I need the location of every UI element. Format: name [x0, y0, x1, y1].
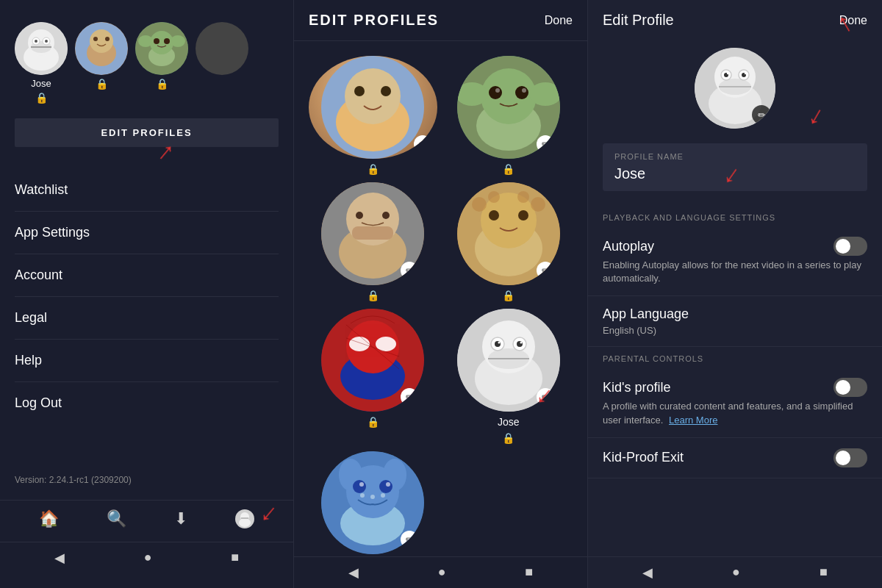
svg-point-16: [150, 31, 173, 54]
nav-logout[interactable]: Log Out: [15, 382, 279, 424]
profile-item-jose[interactable]: Jose 🔒: [15, 22, 68, 104]
edit-badge-jose[interactable]: ✏: [537, 388, 554, 406]
svg-point-70: [498, 342, 500, 344]
svg-point-94: [745, 73, 746, 74]
svg-point-23: [239, 518, 251, 527]
square-btn-middle[interactable]: ■: [525, 564, 533, 581]
nav-menu: Watchlist App Settings Account Legal Hel…: [0, 162, 293, 460]
svg-point-53: [517, 191, 529, 203]
svg-point-43: [356, 212, 363, 219]
square-btn-right[interactable]: ■: [820, 564, 828, 581]
baymax-small-icon: [235, 509, 254, 528]
edit-badge-leopard[interactable]: ✏: [537, 262, 554, 279]
edit-profile-avatar[interactable]: ✏: [695, 48, 775, 129]
app-language-setting[interactable]: App Language English (US): [588, 296, 882, 347]
nav-legal[interactable]: Legal: [15, 297, 279, 340]
right-done-button[interactable]: Done: [839, 14, 867, 27]
svg-point-27: [345, 68, 401, 124]
svg-point-7: [35, 40, 37, 43]
playback-settings-label: PLAYBACK AND LANGUAGE SETTINGS: [588, 206, 882, 226]
svg-point-12: [93, 37, 98, 41]
edit-badge-grogu[interactable]: ✏: [537, 135, 554, 153]
profiles-grid: ✏ 🔒 ✏ 🔒: [294, 41, 587, 556]
square-btn-left[interactable]: ■: [231, 550, 239, 566]
edit-profile-header: Edit Profile Done: [588, 0, 882, 40]
svg-point-44: [382, 212, 390, 219]
profile-icon[interactable]: [235, 509, 254, 533]
home-btn-middle[interactable]: ●: [438, 564, 446, 581]
back-btn-right[interactable]: ◀: [642, 564, 653, 581]
profile-card-avatar-grogu: ✏: [457, 56, 560, 159]
middle-title: EDIT PROFILES: [309, 12, 439, 29]
edit-profile-title: Edit Profile: [603, 12, 674, 29]
edit-badge-stitch[interactable]: ✏: [401, 531, 418, 548]
kid-proof-exit-title: Kid-Proof Exit: [603, 450, 684, 465]
back-btn-middle[interactable]: ◀: [348, 564, 359, 581]
middle-done-button[interactable]: Done: [545, 14, 573, 27]
edit-avatar-badge[interactable]: ✏: [752, 105, 771, 124]
autoplay-toggle[interactable]: [833, 237, 867, 256]
search-icon[interactable]: 🔍: [107, 509, 126, 533]
profile-card-avatar-spiderman: ✏: [321, 309, 424, 412]
app-language-title: App Language: [603, 306, 689, 322]
svg-point-35: [489, 86, 502, 99]
svg-point-78: [379, 480, 392, 493]
profile-card-spiderman[interactable]: ✏ 🔒: [309, 309, 437, 444]
edit-profile-avatar-section: ✏: [588, 40, 882, 143]
app-language-row: App Language: [603, 306, 867, 322]
lock-icon-jose: 🔒: [35, 92, 48, 104]
profile-card-jose[interactable]: ✏ Jose 🔒: [445, 309, 573, 444]
profile-name-field[interactable]: Jose: [614, 165, 856, 182]
edit-badge-luca[interactable]: ✏: [414, 135, 431, 153]
profile-card-name-jose: Jose: [498, 416, 520, 428]
profile-item-luca[interactable]: 🔒: [75, 22, 128, 90]
luca-face-icon: [75, 22, 128, 75]
home-icon[interactable]: 🏠: [39, 509, 59, 533]
edit-profiles-button[interactable]: EDIT PROFILES: [15, 118, 279, 147]
lock-icon-card-leopard: 🔒: [502, 290, 514, 301]
profile-card-obi[interactable]: ✏ 🔒: [309, 182, 437, 301]
profile-card-stitch[interactable]: ✏: [309, 451, 437, 554]
svg-point-20: [164, 38, 170, 44]
home-btn-left[interactable]: ●: [144, 550, 152, 566]
nav-account[interactable]: Account: [15, 254, 279, 297]
android-nav-right: ◀ ● ■: [588, 556, 882, 588]
svg-point-13: [105, 37, 110, 41]
kid-proof-exit-toggle[interactable]: [833, 448, 867, 467]
nav-watchlist[interactable]: Watchlist: [15, 169, 279, 212]
android-nav-middle: ◀ ● ■: [294, 556, 587, 588]
kids-profile-toggle[interactable]: [833, 378, 867, 397]
autoplay-desc: Enabling Autoplay allows for the next vi…: [603, 259, 867, 285]
home-btn-right[interactable]: ●: [732, 564, 740, 581]
avatar-luca: [75, 22, 128, 75]
svg-point-8: [45, 40, 48, 43]
svg-point-18: [171, 35, 185, 47]
profile-card-grogu[interactable]: ✏ 🔒: [445, 56, 573, 175]
svg-point-48: [489, 210, 499, 220]
svg-point-80: [386, 482, 390, 487]
edit-badge-spiderman[interactable]: ✏: [401, 388, 418, 406]
avatar-4: [196, 22, 248, 75]
edit-badge-obi[interactable]: ✏: [401, 262, 418, 279]
kids-profile-row: Kid's profile: [603, 378, 867, 397]
svg-point-34: [529, 82, 560, 106]
svg-point-32: [481, 68, 537, 124]
profile-item-grogu[interactable]: 🔒: [135, 22, 188, 90]
svg-point-19: [154, 38, 159, 44]
svg-point-49: [518, 210, 528, 220]
profile-item-4[interactable]: [196, 22, 248, 75]
baymax-icon: [15, 22, 68, 75]
luca-avatar-icon: [321, 56, 424, 159]
back-btn-left[interactable]: ◀: [54, 550, 65, 566]
lock-icon-card-obi: 🔒: [367, 290, 379, 301]
nav-help[interactable]: Help: [15, 340, 279, 382]
profile-card-leopard[interactable]: ✏ 🔒: [445, 182, 573, 301]
svg-point-47: [481, 193, 537, 248]
lock-icon-card-jose: 🔒: [502, 432, 514, 444]
download-icon[interactable]: ⬇: [174, 509, 187, 533]
svg-point-52: [488, 191, 500, 203]
learn-more-link[interactable]: Learn More: [669, 415, 717, 426]
svg-point-28: [354, 86, 365, 96]
profile-card-luca[interactable]: ✏ 🔒: [309, 56, 437, 175]
nav-app-settings[interactable]: App Settings: [15, 212, 279, 254]
